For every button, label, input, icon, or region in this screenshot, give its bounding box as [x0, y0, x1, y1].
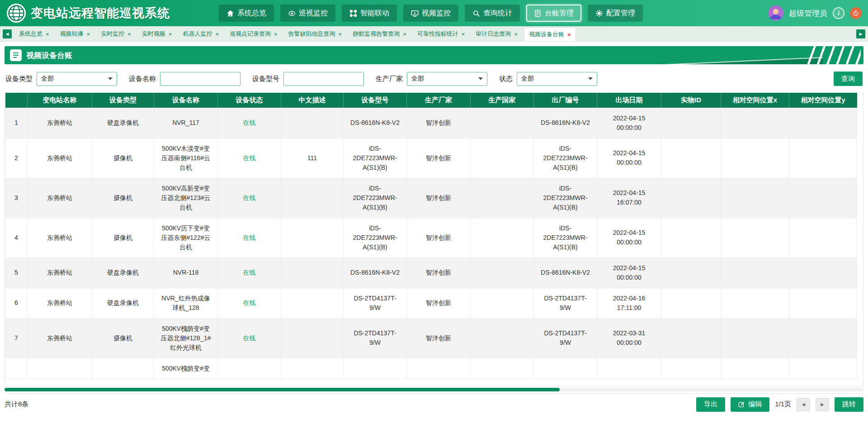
- cell-status: [218, 358, 281, 379]
- tab-close-icon[interactable]: ×: [462, 31, 465, 37]
- cell-device-name: 500KV槐荫变#变: [154, 358, 218, 379]
- cell-country: [471, 288, 534, 318]
- cell-manufacturer: 智洋创新: [407, 178, 471, 218]
- nav-item-label: 系统总览: [237, 9, 266, 18]
- tab-close-icon[interactable]: ×: [169, 31, 172, 37]
- avatar[interactable]: [768, 5, 783, 21]
- tab[interactable]: 实时监控×: [96, 28, 136, 40]
- cell-date: 2022-03-31 00:00:00: [597, 318, 661, 358]
- tab-label: 静默监视告警查询: [353, 30, 400, 38]
- query-button[interactable]: 查询: [834, 71, 863, 86]
- username: 超级管理员: [789, 8, 827, 19]
- tabs-scroll-right-button[interactable]: ▶: [856, 29, 865, 38]
- cell-serial: iDS-2DE7223MWR-A(S1)(B): [534, 218, 597, 257]
- tab-close-icon[interactable]: ×: [514, 31, 518, 37]
- device-model-input[interactable]: [283, 72, 364, 86]
- tab[interactable]: 审计日志查询×: [471, 28, 522, 40]
- jump-button[interactable]: 跳转: [835, 397, 863, 412]
- nav-item-ledger[interactable]: 台账管理: [526, 5, 581, 22]
- tab-label: 可靠性指标统计: [417, 30, 458, 38]
- tab-bar: ◀ 系统总览×视频轮播×实时监控×实时视频×机器人监控×巡视点记录查询×告警缺陷…: [0, 26, 868, 42]
- tab-close-icon[interactable]: ×: [46, 31, 49, 37]
- edit-button[interactable]: 编辑: [731, 397, 769, 412]
- page-title-bar: 视频设备台账: [5, 46, 863, 64]
- eye-icon: [288, 10, 296, 17]
- status-select[interactable]: 全部: [517, 72, 597, 86]
- nav-item-search[interactable]: 查询统计: [465, 5, 520, 22]
- tab-close-icon[interactable]: ×: [215, 31, 219, 37]
- cell-status: 在线: [218, 218, 281, 257]
- cell-serial: DS-8616N-K8-V2: [534, 108, 597, 138]
- manufacturer-select[interactable]: 全部: [407, 72, 487, 86]
- cell-device-name: NVR_红外热成像球机_128: [154, 288, 218, 318]
- table-row[interactable]: 6东善桥站硬盘录像机NVR_红外热成像球机_128在线DS-2TD4137T-9…: [5, 288, 857, 318]
- nav-item-label: 查询统计: [483, 9, 512, 18]
- tab-close-icon[interactable]: ×: [339, 31, 342, 37]
- tab-close-icon[interactable]: ×: [274, 31, 278, 37]
- tab-close-icon[interactable]: ×: [567, 32, 571, 38]
- tab-close-icon[interactable]: ×: [403, 31, 406, 37]
- chevron-right-icon: ▶: [821, 402, 824, 407]
- tabs-scroll-left-button[interactable]: ◀: [3, 29, 12, 38]
- table-row[interactable]: 2东善桥站摄像机500KV木渎变#变压器南侧#116#云台机在线111iDS-2…: [5, 138, 857, 178]
- cell-status: 在线: [218, 288, 281, 318]
- column-header-date: 出场日期: [597, 93, 661, 108]
- next-page-button[interactable]: ▶: [816, 398, 829, 411]
- tab-close-icon[interactable]: ×: [127, 31, 131, 37]
- table-row[interactable]: 4东善桥站摄像机500KV历下变#变压器东侧#122#云台机在线iDS-2DE7…: [5, 218, 857, 257]
- edit-icon: [738, 401, 745, 408]
- device-name-input[interactable]: [160, 72, 241, 86]
- cell-model: iDS-2DE7223MWR-A(S1)(B): [344, 218, 407, 257]
- page-title: 视频设备台账: [26, 50, 72, 61]
- horizontal-scrollbar-thumb[interactable]: [5, 388, 560, 391]
- table-row[interactable]: 7东善桥站摄像机500KV槐荫变#变压器北侧#128_1#红外光球机在线DS-2…: [5, 318, 857, 358]
- nav-item-home[interactable]: 系统总览: [219, 5, 274, 22]
- tab[interactable]: 告警缺陷信息查询×: [284, 28, 347, 40]
- cell-pos-x: [721, 178, 789, 218]
- table-row[interactable]: 500KV槐荫变#变: [5, 358, 857, 379]
- tab[interactable]: 视频设备台账×: [524, 27, 576, 41]
- column-header-physical-id: 实物ID: [661, 93, 721, 108]
- cell-pos-y: [789, 318, 857, 358]
- cell-description: [281, 257, 344, 288]
- nav-item-eye[interactable]: 巡视监控: [280, 5, 335, 22]
- cell-pos-x: [721, 318, 789, 358]
- tab[interactable]: 巡视点记录查询×: [225, 28, 282, 40]
- cell-device-name: 500KV槐荫变#变压器北侧#128_1#红外光球机: [154, 318, 218, 358]
- tab[interactable]: 实时视频×: [137, 28, 177, 40]
- nav-item-video[interactable]: 视频监控: [403, 5, 458, 22]
- tab[interactable]: 静默监视告警查询×: [348, 28, 411, 40]
- cell-date: [597, 358, 661, 379]
- tab[interactable]: 系统总览×: [14, 28, 54, 40]
- nav-item-linkage[interactable]: 智能联动: [342, 5, 397, 22]
- cell-model: [344, 358, 407, 379]
- table-row[interactable]: 1东善桥站硬盘录像机NVR_117在线DS-8616N-K8-V2智洋创新DS-…: [5, 108, 857, 138]
- status-badge: 在线: [243, 334, 256, 342]
- table-row[interactable]: 5东善桥站硬盘录像机NVR-118在线DS-8616N-K8-V2智洋创新DS-…: [5, 257, 857, 288]
- chevron-left-icon: ◀: [6, 32, 9, 36]
- cell-country: [471, 178, 534, 218]
- main-nav: 系统总览巡视监控智能联动视频监控查询统计台账管理配置管理: [219, 5, 643, 22]
- table-row[interactable]: 3东善桥站摄像机500KV高新变#变压器北侧#123#云台机在线iDS-2DE7…: [5, 178, 857, 218]
- info-button[interactable]: i: [833, 7, 844, 19]
- footer-bar: 共计8条 导出 编辑 1/1页 ◀ ▶ 跳转: [5, 393, 863, 414]
- chevron-right-icon: ▶: [859, 32, 863, 36]
- export-button[interactable]: 导出: [696, 397, 725, 412]
- cell-model: DS-2TD4137T-9/W: [344, 318, 407, 358]
- tab-close-icon[interactable]: ×: [87, 31, 90, 37]
- logout-button[interactable]: [850, 7, 862, 19]
- cell-pos-y: [789, 138, 857, 178]
- cell-device-type: 硬盘录像机: [92, 257, 154, 288]
- cell-date: 2022-04-16 17:11:00: [597, 288, 661, 318]
- column-header-device-name: 设备名称: [154, 93, 218, 108]
- column-header-serial: 出厂编号: [534, 93, 597, 108]
- device-type-select[interactable]: 全部: [37, 72, 117, 86]
- chevron-down-icon: [108, 77, 113, 80]
- cell-status: 在线: [218, 257, 281, 288]
- cell-device-type: 摄像机: [92, 178, 154, 218]
- tab[interactable]: 可靠性指标统计×: [413, 28, 470, 40]
- tab[interactable]: 机器人监控×: [178, 28, 223, 40]
- tab[interactable]: 视频轮播×: [56, 28, 95, 40]
- prev-page-button[interactable]: ◀: [797, 398, 810, 411]
- nav-item-gear[interactable]: 配置管理: [588, 5, 643, 22]
